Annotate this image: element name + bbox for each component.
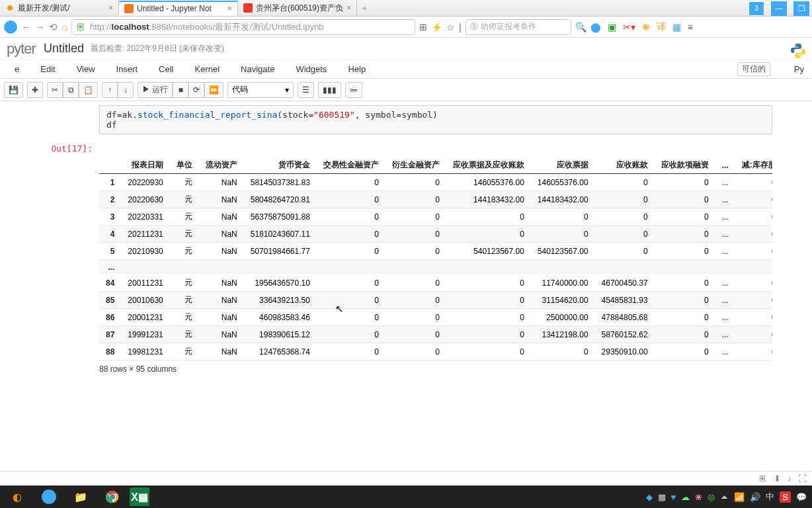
scissors-icon[interactable]: ✂▾ xyxy=(623,22,635,32)
tray-icon[interactable]: ☁ xyxy=(681,492,690,502)
tab-label: Untitled - Jupyter Not xyxy=(137,4,212,13)
code-cell[interactable]: df=ak.stock_financial_report_sina(stock=… xyxy=(40,105,772,134)
start-button[interactable]: ◐ xyxy=(3,487,32,506)
close-icon[interactable]: × xyxy=(346,3,351,13)
star-icon[interactable]: ☆ xyxy=(446,22,455,32)
interrupt-button[interactable]: ■ xyxy=(173,82,188,98)
taskbar-app-browser[interactable] xyxy=(34,487,63,506)
move-down-button[interactable]: ↓ xyxy=(118,82,134,98)
search-placeholder: 幼师证报考条件 xyxy=(481,21,536,32)
table-row: 8420011231元NaN1956436570.1000011740000.0… xyxy=(99,275,772,292)
command-palette-button[interactable]: ☰ xyxy=(298,82,314,98)
taskbar: ◐ 📁 X▦ ◆ ▦ ♥ ☁ ❀ ◎ ⏶ 📶 🔊 中 S 💬 xyxy=(0,486,812,508)
notebook-title[interactable]: Untitled xyxy=(44,42,84,56)
menu-file[interactable]: e xyxy=(4,64,30,74)
tab-label: 贵州茅台(600519)资产负 xyxy=(256,3,343,14)
tab-label: 最新开发/测试/ xyxy=(18,3,70,14)
add-cell-button[interactable]: ✚ xyxy=(27,82,43,98)
tray-notif-icon[interactable]: 💬 xyxy=(796,492,807,502)
tray-ime[interactable]: 中 xyxy=(766,491,774,503)
ext-icon-3[interactable]: ❋ xyxy=(642,22,650,32)
col-header: 报表日期 xyxy=(121,157,169,174)
browser-tab-3[interactable]: 贵州茅台(600519)资产负 × xyxy=(238,1,357,16)
browser-tab-2[interactable]: Untitled - Jupyter Not × xyxy=(119,1,238,16)
reload-button[interactable]: ⟲ xyxy=(49,21,58,33)
address-bar: ← → ⟲ ⌂ ⛨ http://localhost:8888/notebook… xyxy=(0,17,812,38)
shield-status-icon[interactable]: ⛨ xyxy=(758,474,767,484)
tray-icon[interactable]: ♥ xyxy=(671,492,676,502)
fullscreen-icon[interactable]: ⛶ xyxy=(798,474,807,484)
window-badge[interactable]: 3 xyxy=(749,1,764,16)
ext-icon-4[interactable]: ▦ xyxy=(672,22,681,32)
jupyter-logo: pyter xyxy=(7,40,36,58)
table-shape: 88 rows × 95 columns xyxy=(99,364,772,374)
tray-icon[interactable]: ⏶ xyxy=(720,492,729,502)
search-icon[interactable]: 🔍 xyxy=(575,22,587,32)
taskbar-app-explorer[interactable]: 📁 xyxy=(66,487,95,506)
new-tab-button[interactable]: ＋ xyxy=(357,3,372,14)
run-all-button[interactable]: ⏩ xyxy=(204,82,223,98)
toc-button[interactable]: ≔ xyxy=(345,82,362,98)
qr-icon[interactable]: ⊞ xyxy=(419,22,427,32)
output-cell: Out[17]: 报表日期单位流动资产货币资金交易性金融资产衍生金融资产应收票据… xyxy=(40,144,772,360)
ext-icon-1[interactable]: ⬤ xyxy=(590,22,601,32)
table-row: 520210930元NaN50701984661.7700540123567.0… xyxy=(99,243,772,260)
tab-favicon-1 xyxy=(5,3,15,13)
menu-widgets[interactable]: Widgets xyxy=(285,64,337,74)
sound-icon[interactable]: ♪ xyxy=(788,474,792,484)
tray-wifi-icon[interactable]: 📶 xyxy=(734,492,745,502)
copy-button[interactable]: ⧉ xyxy=(63,82,79,98)
menu-insert[interactable]: Insert xyxy=(106,64,149,74)
menu-icon[interactable]: ≡ xyxy=(688,22,693,32)
table-row: 420211231元NaN51810243607.11000000...0-13… xyxy=(99,226,772,243)
jupyter-favicon xyxy=(124,4,134,13)
taskbar-app-excel[interactable]: X▦ xyxy=(130,487,149,506)
code-editor[interactable]: df=ak.stock_financial_report_sina(stock=… xyxy=(99,105,772,134)
tray-icon[interactable]: ▦ xyxy=(658,492,666,502)
tray-icon[interactable]: ◆ xyxy=(646,492,653,502)
download-icon[interactable]: ⬇ xyxy=(774,474,781,484)
save-button[interactable]: 💾 xyxy=(4,82,23,98)
taskbar-app-chrome[interactable] xyxy=(98,487,127,506)
browser-search[interactable]: Ⓢ 幼师证报考条件 xyxy=(466,19,571,35)
url-input[interactable]: ⛨ http://localhost:8888/notebooks/最新开发/测… xyxy=(71,19,415,35)
tray-icon[interactable]: ◎ xyxy=(708,492,715,502)
cell-type-select[interactable]: 代码▾ xyxy=(227,82,294,98)
forward-button[interactable]: → xyxy=(35,21,45,32)
variable-button[interactable]: ▮▮▮ xyxy=(318,82,341,98)
restart-button[interactable]: ⟳ xyxy=(188,82,204,98)
run-button[interactable]: ▶ 运行 xyxy=(138,82,173,98)
notebook-area: df=ak.stock_financial_report_sina(stock=… xyxy=(0,101,812,484)
trusted-badge[interactable]: 可信的 xyxy=(737,62,770,76)
close-icon[interactable]: × xyxy=(227,4,232,13)
flash-icon[interactable]: ⚡ xyxy=(431,22,442,32)
menu-kernel[interactable]: Kernel xyxy=(184,64,231,74)
col-header: ... xyxy=(715,157,735,174)
menu-view[interactable]: View xyxy=(66,64,106,74)
kernel-name[interactable]: Py xyxy=(784,64,808,74)
tray-icon[interactable]: ❀ xyxy=(695,492,702,502)
table-row: 220220630元NaN58048264720.8100144183432.0… xyxy=(99,191,772,208)
paste-button[interactable]: 📋 xyxy=(79,82,98,98)
close-icon[interactable]: × xyxy=(108,3,113,13)
menu-help[interactable]: Help xyxy=(337,64,376,74)
ext-icon-2[interactable]: ▣ xyxy=(608,22,616,32)
window-minimize[interactable]: — xyxy=(771,1,787,16)
home-button[interactable]: ⌂ xyxy=(61,21,67,32)
browser-tab-1[interactable]: 最新开发/测试/ × xyxy=(0,1,119,16)
tray-sogou[interactable]: S xyxy=(780,491,791,503)
browser-logo[interactable] xyxy=(4,21,17,34)
cut-button[interactable]: ✂ xyxy=(47,82,63,98)
dataframe-output[interactable]: 报表日期单位流动资产货币资金交易性金融资产衍生金融资产应收票据及应收账款应收票据… xyxy=(99,157,772,360)
menu-cell[interactable]: Cell xyxy=(148,64,184,74)
menu-edit[interactable]: Edit xyxy=(30,64,65,74)
url-text: http://localhost:8888/notebooks/最新开发/测试/… xyxy=(90,21,323,33)
window-restore[interactable]: ❐ xyxy=(793,1,809,16)
menu-navigate[interactable]: Navigate xyxy=(230,64,285,74)
move-up-button[interactable]: ↑ xyxy=(102,82,118,98)
back-button[interactable]: ← xyxy=(21,21,31,32)
browser-status-bar: ⛨ ⬇ ♪ ⛶ xyxy=(0,471,812,486)
tray-volume-icon[interactable]: 🔊 xyxy=(750,492,760,502)
col-header: 货币资金 xyxy=(244,157,317,174)
translate-icon[interactable]: 译 xyxy=(657,21,666,33)
